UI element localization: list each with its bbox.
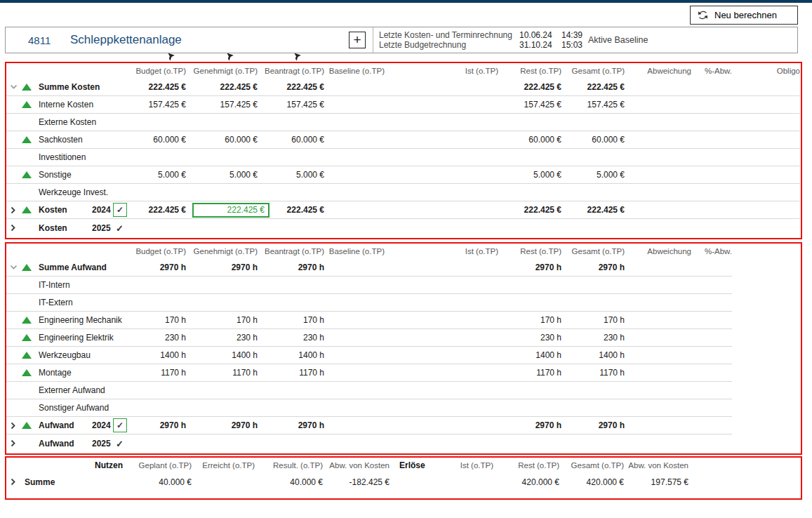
column-header-baseline: Baseline (o.TP)	[324, 67, 385, 75]
cell-gesamt: 60.000 €	[561, 135, 625, 145]
column-header-erloese: Erlöse	[390, 460, 433, 470]
cell-rest: 60.000 €	[498, 135, 561, 145]
table-row[interactable]: Externe Kosten	[6, 114, 800, 131]
table-row[interactable]: Interne Kosten157.425 €157.425 €157.425 …	[6, 96, 800, 114]
table-row[interactable]: Externer Aufwand	[6, 382, 732, 399]
trend-up-icon	[20, 171, 39, 178]
cell-rest: 1400 h	[498, 350, 561, 360]
recalculate-button[interactable]: Neu berechnen	[690, 6, 798, 25]
filter-icon[interactable]	[225, 53, 234, 62]
table-row[interactable]: Sonstiger Aufwand	[6, 399, 732, 417]
cell-budget: 222.425 €	[131, 205, 186, 215]
table-row[interactable]: IT-Intern	[6, 277, 732, 294]
column-header-genehmigt: Genehmigt (o.TP)	[186, 67, 258, 75]
table-row[interactable]: IT-Extern	[6, 294, 732, 312]
column-header-pabw: %-Abw.	[691, 247, 732, 255]
last-budget-date: 31.10.24	[519, 40, 552, 50]
year-label: 2024	[92, 205, 113, 215]
column-header-obligo: Obligo	[732, 67, 800, 75]
filter-icon[interactable]	[292, 53, 302, 62]
project-title: Schleppkettenanlage	[70, 33, 182, 47]
column-header-rest: Rest (o.TP)	[493, 461, 559, 470]
table-row[interactable]: Werkzeugbau1400 h1400 h1400 h1400 h1400 …	[6, 347, 732, 364]
table-row[interactable]: Kosten2024✓222.425 €222.425 €222.425 €22…	[6, 201, 800, 219]
row-label: Kosten	[39, 223, 92, 233]
table-row[interactable]: Engineering Mechanik170 h170 h170 h170 h…	[6, 312, 732, 329]
table-row[interactable]: Werkzeuge Invest.	[6, 184, 800, 201]
cell-gesamt: 2970 h	[561, 263, 625, 272]
triangle-glyph	[22, 84, 32, 91]
cell-budget: 222.425 €	[131, 82, 186, 92]
chevron-right-icon	[11, 478, 16, 486]
cell-beantragt: 5.000 €	[258, 170, 324, 180]
triangle-glyph	[22, 352, 32, 359]
cell-genehmigt: 230 h	[186, 333, 258, 343]
last-calc-time: 14:39	[561, 30, 583, 40]
year-checkbox[interactable]: ✓	[113, 222, 131, 234]
cell-rest: 230 h	[498, 333, 561, 343]
triangle-glyph	[22, 317, 32, 324]
table-row[interactable]: Summe40.000 €40.000 €-182.425 €420.000 €…	[6, 473, 688, 491]
summary-table: NutzenGeplant (o.TP)Erreicht (o.TP)Resul…	[5, 456, 802, 500]
table-row[interactable]: Aufwand2025✓	[6, 434, 732, 452]
expand-toggle[interactable]	[6, 265, 20, 270]
expand-toggle[interactable]	[6, 84, 20, 90]
checkbox-box[interactable]: ✓	[113, 418, 127, 432]
table-row[interactable]: Summe Aufwand2970 h2970 h2970 h2970 h297…	[6, 259, 732, 277]
trend-up-icon	[20, 317, 39, 324]
column-header-budget: Budget (o.TP)	[131, 67, 186, 75]
checkbox-box[interactable]: ✓	[113, 203, 127, 217]
table-row[interactable]: Engineering Elektrik230 h230 h230 h230 h…	[6, 329, 732, 347]
triangle-glyph	[22, 369, 32, 376]
cell-rest: 222.425 €	[498, 205, 561, 215]
expand-toggle[interactable]	[6, 478, 20, 486]
check-icon[interactable]: ✓	[113, 223, 124, 234]
costs-table: Budget (o.TP)Genehmigt (o.TP)Beantragt (…	[5, 62, 802, 239]
cell-genehmigt: 157.425 €	[186, 100, 258, 109]
table-row[interactable]: Sachkosten60.000 €60.000 €60.000 €60.000…	[6, 131, 800, 149]
row-label: Interne Kosten	[39, 100, 92, 109]
expand-toggle[interactable]	[6, 224, 20, 232]
column-header-ist: Ist (o.TP)	[385, 67, 498, 75]
year-checkbox[interactable]: ✓	[113, 418, 131, 432]
expand-toggle[interactable]	[6, 206, 20, 214]
trend-up-icon	[20, 422, 39, 429]
year-label: 2024	[92, 420, 113, 430]
year-checkbox[interactable]: ✓	[113, 203, 131, 217]
column-header-result: Result. (o.TP)	[255, 461, 323, 470]
check-icon[interactable]: ✓	[113, 439, 124, 449]
column-header-genehmigt: Genehmigt (o.TP)	[186, 247, 258, 255]
row-label: Summe Aufwand	[39, 263, 92, 272]
column-header-row: Budget (o.TP)Genehmigt (o.TP)Beantragt (…	[6, 244, 732, 259]
cell-beantragt: 1170 h	[258, 368, 324, 378]
table-row[interactable]: Montage1170 h1170 h1170 h1170 h1170 h	[6, 364, 732, 382]
year-checkbox[interactable]: ✓	[113, 437, 131, 450]
plus-icon: +	[353, 32, 361, 48]
table-row[interactable]: Summe Kosten222.425 €222.425 €222.425 €2…	[6, 79, 800, 96]
filter-icon[interactable]	[166, 53, 175, 62]
cell-abw_von_kosten: -182.425 €	[323, 477, 390, 487]
cell-genehmigt: 2970 h	[186, 263, 258, 272]
cell-gesamt: 1400 h	[561, 350, 625, 360]
expand-toggle[interactable]	[6, 439, 20, 447]
column-header-nutzen: Nutzen	[20, 460, 123, 470]
column-header-ist: Ist (o.TP)	[433, 461, 493, 470]
row-label: Werkzeuge Invest.	[39, 187, 92, 197]
column-header-beantragt: Beantragt (o.TP)	[258, 67, 324, 75]
table-row[interactable]: Investitionen	[6, 149, 800, 166]
row-label: Aufwand	[39, 420, 92, 430]
expand-project-button[interactable]: +	[349, 32, 366, 48]
row-label: Werkzeugbau	[39, 350, 92, 360]
column-header-rest: Rest (o.TP)	[498, 247, 561, 255]
cell-beantragt: 222.425 €	[258, 82, 324, 92]
table-row[interactable]: Sonstige5.000 €5.000 €5.000 €5.000 €5.00…	[6, 166, 800, 184]
cell-beantragt: 2970 h	[258, 420, 324, 430]
cell-rest: 2970 h	[498, 263, 561, 272]
table-row[interactable]: Kosten2025✓	[6, 219, 800, 237]
expand-toggle[interactable]	[6, 422, 20, 430]
cell-genehmigt: 60.000 €	[186, 135, 258, 145]
cell-rest: 5.000 €	[498, 170, 561, 180]
cell-genehmigt: 222.425 €	[186, 82, 258, 92]
column-header-baseline: Baseline (o.TP)	[324, 247, 385, 255]
table-row[interactable]: Aufwand2024✓2970 h2970 h2970 h2970 h2970…	[6, 417, 732, 434]
